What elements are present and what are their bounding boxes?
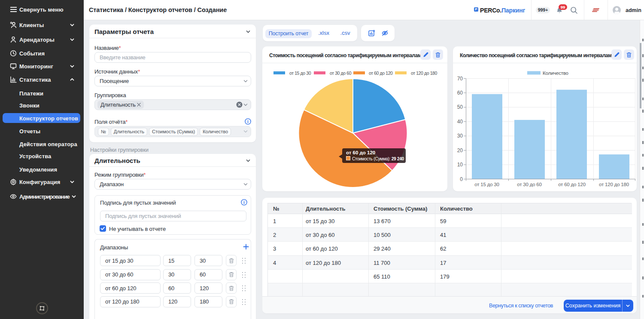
svg-text:от 30 до 60: от 30 до 60 bbox=[517, 182, 541, 187]
svg-text:60: 60 bbox=[457, 90, 463, 96]
svg-text:70: 70 bbox=[457, 76, 463, 82]
svg-text:50: 50 bbox=[457, 104, 463, 110]
svg-text:0: 0 bbox=[460, 176, 463, 182]
svg-text:от 60 до 120: от 60 до 120 bbox=[558, 182, 586, 187]
svg-text:от 15 до 30: от 15 до 30 bbox=[474, 182, 499, 187]
svg-text:20: 20 bbox=[457, 147, 463, 153]
svg-text:40: 40 bbox=[457, 119, 463, 125]
svg-text:Количество: Количество bbox=[543, 71, 568, 76]
svg-text:от 120 до 180: от 120 до 180 bbox=[599, 182, 629, 187]
svg-text:30: 30 bbox=[457, 133, 463, 139]
svg-text:10: 10 bbox=[457, 162, 463, 168]
